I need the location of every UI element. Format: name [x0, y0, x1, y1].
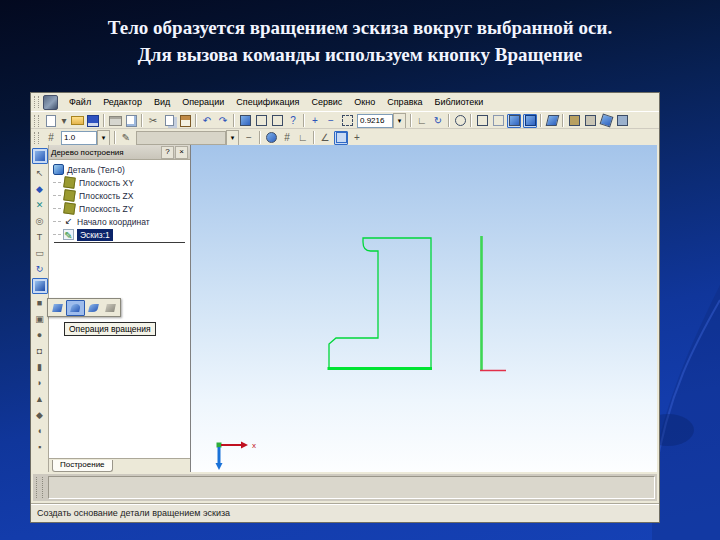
spreadsheet-button[interactable]: [254, 114, 268, 128]
loft-operation-button[interactable]: [102, 301, 119, 315]
macro-button[interactable]: [270, 114, 284, 128]
cut-button[interactable]: ✂: [146, 114, 160, 128]
pan-button[interactable]: ∟: [415, 114, 429, 128]
compact-panel-icon[interactable]: ◘: [33, 344, 47, 358]
print-button[interactable]: [108, 114, 122, 128]
angle-snap-button[interactable]: ∠: [318, 131, 332, 145]
step-value[interactable]: 1.0: [61, 131, 97, 145]
compact-panel-icon[interactable]: ✕: [33, 198, 47, 212]
hidden-lines-view-button[interactable]: [491, 114, 505, 128]
compact-panel-icon[interactable]: ▭: [33, 246, 47, 260]
extrude-operation-icon[interactable]: ■: [33, 296, 47, 310]
zoom-scale-value[interactable]: 0.9216: [357, 114, 393, 128]
menu-help[interactable]: Справка: [381, 95, 428, 109]
compact-panel-icon[interactable]: ▲: [33, 392, 47, 406]
compact-panel-icon[interactable]: ▪: [33, 440, 47, 454]
compact-panel-icon[interactable]: ●: [33, 328, 47, 342]
revolve-operation-button[interactable]: [66, 300, 85, 316]
compact-panel-icon[interactable]: ◗: [33, 376, 47, 390]
paste-button[interactable]: [178, 114, 192, 128]
ortho-button[interactable]: ∟: [296, 131, 310, 145]
wireframe-view-button[interactable]: [475, 114, 489, 128]
compact-panel-icon[interactable]: ↖: [33, 166, 47, 180]
compact-panel-icon[interactable]: ◆: [33, 408, 47, 422]
save-button[interactable]: [86, 114, 100, 128]
redo-button[interactable]: ↷: [216, 114, 230, 128]
tree-item-label[interactable]: Начало координат: [77, 217, 150, 227]
menu-file[interactable]: Файл: [63, 95, 97, 109]
rounding-button[interactable]: [334, 131, 348, 145]
tree-item-label[interactable]: Плоскость ZY: [79, 204, 133, 214]
variables-button[interactable]: [238, 114, 252, 128]
layer-minus-button[interactable]: −: [242, 131, 256, 145]
tab-construction[interactable]: Построение: [52, 460, 113, 472]
rotate-view-button[interactable]: [453, 114, 467, 128]
compact-panel-icon[interactable]: ◎: [33, 214, 47, 228]
toolbar-grip[interactable]: [34, 115, 39, 127]
eraser-button[interactable]: +: [350, 131, 364, 145]
shaded-edges-view-button[interactable]: [523, 114, 537, 128]
grid-button[interactable]: #: [280, 131, 294, 145]
shaded-view-button[interactable]: [507, 114, 521, 128]
step-dropdown-icon[interactable]: ▾: [97, 130, 110, 146]
copy-button[interactable]: [162, 114, 176, 128]
menu-libraries[interactable]: Библиотеки: [429, 95, 490, 109]
tree-item-plane-zx[interactable]: Плоскость ZX: [49, 189, 190, 202]
compact-panel-icon[interactable]: ◆: [33, 182, 47, 196]
undo-button[interactable]: ↶: [200, 114, 214, 128]
menu-window[interactable]: Окно: [348, 95, 381, 109]
viewport[interactable]: x Z: [191, 145, 657, 472]
compact-panel-icon[interactable]: ▮: [33, 360, 47, 374]
tree-item-plane-zy[interactable]: Плоскость ZY: [49, 202, 190, 215]
new-document-dropdown-icon[interactable]: ▾: [60, 114, 68, 128]
tree-item-plane-xy[interactable]: Плоскость XY: [49, 176, 190, 189]
misc-button[interactable]: [615, 114, 629, 128]
compact-panel-icon[interactable]: T: [33, 230, 47, 244]
toolbar-grip[interactable]: [34, 96, 39, 108]
tree-item-part[interactable]: Деталь (Тел-0): [49, 163, 190, 176]
new-sketch-button[interactable]: [599, 114, 613, 128]
snap-settings-button[interactable]: [264, 131, 278, 145]
zoom-out-button[interactable]: −: [324, 114, 338, 128]
compact-panel-icon[interactable]: ◖: [33, 424, 47, 438]
tree-close-button[interactable]: ×: [175, 146, 188, 159]
kinematic-operation-button[interactable]: [85, 301, 102, 315]
menu-editor[interactable]: Редактор: [97, 95, 148, 109]
menu-view[interactable]: Вид: [148, 95, 176, 109]
step-combobox[interactable]: 1.0 ▾: [61, 130, 110, 146]
menu-service[interactable]: Сервис: [306, 95, 349, 109]
layer-dropdown-icon[interactable]: ▾: [226, 130, 239, 146]
print-preview-button[interactable]: [124, 114, 138, 128]
tree-item-sketch[interactable]: ✎ Эскиз:1: [49, 228, 190, 241]
tree-item-label[interactable]: Деталь (Тел-0): [67, 165, 125, 175]
toolbar-grip[interactable]: [34, 132, 39, 144]
layer-lock-icon[interactable]: ✎: [119, 131, 133, 145]
tree-item-label-selected[interactable]: Эскиз:1: [77, 229, 113, 241]
tree-item-label[interactable]: Плоскость XY: [79, 178, 134, 188]
tree-item-label[interactable]: Плоскость ZX: [79, 191, 133, 201]
refresh-button[interactable]: ↻: [431, 114, 445, 128]
extrude-operation-button[interactable]: [49, 301, 66, 315]
zoom-in-button[interactable]: +: [308, 114, 322, 128]
layer-combobox[interactable]: ▾: [136, 130, 239, 146]
zoom-scale-dropdown-icon[interactable]: ▾: [393, 113, 406, 129]
context-help-button[interactable]: ?: [286, 114, 300, 128]
menu-operations[interactable]: Операции: [176, 95, 230, 109]
open-button[interactable]: [70, 114, 84, 128]
standard-views-icon[interactable]: [32, 148, 48, 164]
menu-specification[interactable]: Спецификация: [230, 95, 305, 109]
tree-help-button[interactable]: ?: [161, 146, 174, 159]
property-bar-grip[interactable]: [36, 477, 43, 498]
sketch-mode-button[interactable]: [583, 114, 597, 128]
perspective-button[interactable]: [545, 114, 559, 128]
edit-part-icon[interactable]: [32, 278, 48, 294]
compact-panel-icon[interactable]: ↻: [33, 262, 47, 276]
sketch-canvas[interactable]: x Z: [191, 145, 657, 472]
compact-panel-icon[interactable]: ▣: [33, 312, 47, 326]
new-document-button[interactable]: [44, 114, 58, 128]
zoom-scale-combobox[interactable]: 0.9216 ▾: [357, 113, 406, 129]
build-end-marker[interactable]: [54, 242, 185, 243]
orientation-button[interactable]: [567, 114, 581, 128]
tree-item-origin[interactable]: ↙ Начало координат: [49, 215, 190, 228]
zoom-area-button[interactable]: [340, 114, 354, 128]
